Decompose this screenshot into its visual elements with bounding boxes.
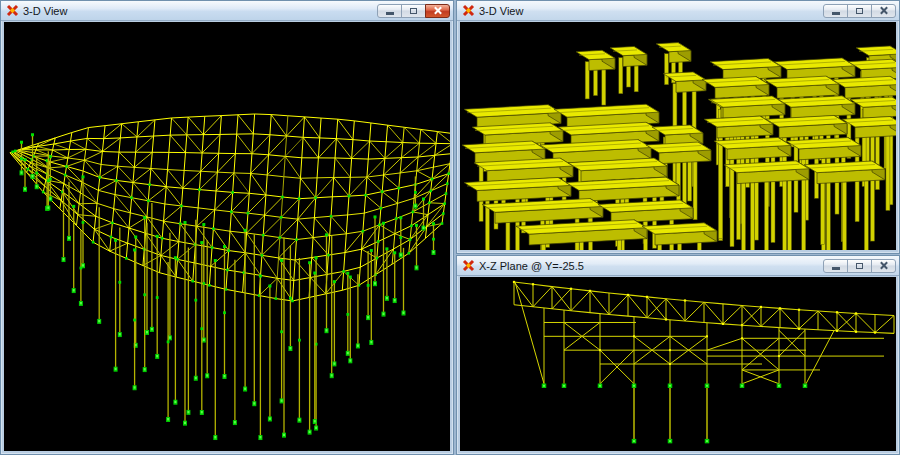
window-3d-view-extruded: 3-D View — [456, 0, 900, 254]
app-icon[interactable] — [461, 4, 475, 18]
minimize-button[interactable] — [823, 259, 848, 273]
restore-icon — [856, 263, 863, 269]
close-button[interactable] — [425, 4, 450, 18]
minimize-button[interactable] — [377, 4, 402, 18]
window-xz-plane: X-Z Plane @ Y=-25.5 — [456, 255, 900, 455]
viewport-xz-plane[interactable] — [460, 277, 896, 451]
window-title: 3-D View — [479, 5, 824, 17]
restore-button[interactable] — [847, 4, 872, 18]
close-icon — [879, 261, 888, 270]
titlebar[interactable]: 3-D View — [1, 1, 453, 21]
close-button[interactable] — [871, 4, 896, 18]
restore-icon — [410, 8, 417, 14]
viewport-3d-wireframe[interactable] — [4, 22, 450, 451]
restore-button[interactable] — [847, 259, 872, 273]
close-button[interactable] — [871, 259, 896, 273]
window-3d-view-primary: 3-D View — [0, 0, 454, 455]
viewport-3d-extruded[interactable] — [460, 22, 896, 250]
app-icon[interactable] — [461, 259, 475, 273]
close-icon — [879, 6, 888, 15]
window-title: 3-D View — [23, 5, 378, 17]
titlebar[interactable]: X-Z Plane @ Y=-25.5 — [457, 256, 899, 276]
minimize-icon — [386, 12, 394, 15]
minimize-button[interactable] — [823, 4, 848, 18]
restore-icon — [856, 8, 863, 14]
restore-button[interactable] — [401, 4, 426, 18]
close-icon — [433, 6, 442, 15]
minimize-icon — [832, 12, 840, 15]
app-icon[interactable] — [5, 4, 19, 18]
window-title: X-Z Plane @ Y=-25.5 — [479, 260, 824, 272]
titlebar[interactable]: 3-D View — [457, 1, 899, 21]
minimize-icon — [832, 267, 840, 270]
